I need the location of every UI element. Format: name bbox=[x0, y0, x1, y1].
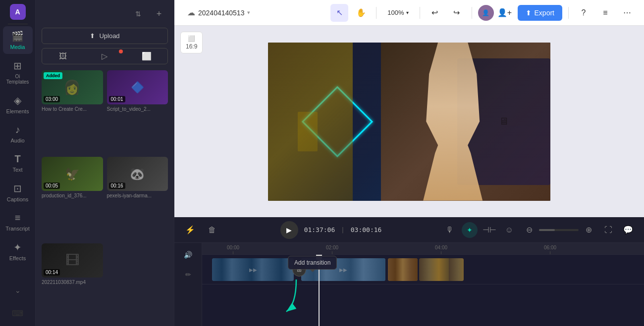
timeline-content: 00:00 02:00 04:00 06:00 bbox=[202, 243, 644, 326]
fullscreen-icon: ⛶ bbox=[604, 226, 612, 234]
sidebar-item-label: Text bbox=[12, 167, 22, 173]
project-name-label: 202404140513 bbox=[198, 9, 244, 17]
redo-icon: ↪ bbox=[453, 8, 460, 17]
total-time: 03:00:16 bbox=[351, 226, 382, 233]
ruler-label: 04:00 bbox=[435, 245, 447, 250]
screen-filter-icon: ⬜ bbox=[142, 51, 152, 61]
media-duration: 03:00 bbox=[44, 96, 60, 102]
media-duration: 00:01 bbox=[109, 96, 125, 102]
divider bbox=[376, 7, 376, 19]
keyboard-icon[interactable]: ⌨ bbox=[9, 304, 27, 322]
timeline-ruler: 00:00 02:00 04:00 06:00 bbox=[202, 243, 644, 255]
ruler-label: 06:00 bbox=[544, 245, 556, 250]
media-thumbnail[interactable]: 🦅 00:05 bbox=[42, 157, 103, 191]
help-button[interactable]: ? bbox=[575, 4, 592, 22]
media-thumbnail[interactable]: 🐼 00:16 bbox=[107, 157, 168, 191]
video-clip[interactable] bbox=[419, 258, 464, 281]
fullscreen-button[interactable]: ⛶ bbox=[600, 222, 616, 238]
sidebar-item-elements[interactable]: ◈ Elements bbox=[3, 91, 33, 118]
ruler-mark: 00:00 bbox=[227, 245, 239, 254]
media-filter-row: 🖼 ▷ ⬜ bbox=[42, 48, 168, 64]
elements-icon: ◈ bbox=[14, 94, 21, 106]
filter-screen-btn[interactable]: ⬜ bbox=[126, 48, 167, 64]
select-tool-button[interactable]: ↖ bbox=[330, 4, 348, 22]
collapse-toggle[interactable]: ⌄ bbox=[3, 282, 33, 298]
media-thumbnail[interactable]: 🎞 00:14 bbox=[42, 243, 103, 278]
aspect-ratio-button[interactable]: ⬜ 16:9 bbox=[180, 32, 203, 53]
menu-button[interactable]: ≡ bbox=[596, 4, 614, 22]
split-at-playhead-button[interactable]: ⊣⊢ bbox=[482, 222, 497, 238]
split-at-icon: ⊣⊢ bbox=[483, 225, 496, 234]
top-bar: ☁ 202404140513 ▾ ↖ ✋ 100% ▾ ↩ ↪ bbox=[174, 0, 644, 26]
volume-icon: 🔊 bbox=[184, 251, 192, 259]
export-icon: ⬆ bbox=[526, 9, 532, 17]
user-avatar-top: 👤 bbox=[478, 5, 494, 21]
timeline-controls: ⚡ 🗑 ▶ 01:37:06 | 03:00:16 🎙 ✦ bbox=[174, 217, 644, 243]
time-display: 01:37:06 | 03:00:16 bbox=[304, 226, 382, 233]
upload-button[interactable]: ⬆ Upload bbox=[42, 28, 168, 44]
mic-button[interactable]: 🎙 bbox=[442, 222, 458, 238]
sidebar-item-label: Transcript bbox=[5, 226, 30, 232]
notification-badge bbox=[119, 49, 123, 53]
video-clip[interactable]: ▶▶ bbox=[301, 258, 385, 281]
smiley-button[interactable]: ☺ bbox=[501, 222, 517, 238]
sidebar-item-templates[interactable]: ⊞ Oi Templates bbox=[3, 56, 33, 89]
redo-button[interactable]: ↪ bbox=[448, 4, 466, 22]
zoom-button[interactable]: 100% ▾ bbox=[382, 6, 413, 19]
sidebar-item-captions[interactable]: ⊡ Captions bbox=[3, 179, 33, 206]
ruler-tick bbox=[441, 251, 441, 254]
panel-sort-button[interactable]: ⇅ bbox=[129, 5, 147, 23]
more-button[interactable]: ⋯ bbox=[618, 4, 636, 22]
media-filename: Script_to_video_2... bbox=[107, 106, 168, 112]
export-button[interactable]: ⬆ Export bbox=[518, 5, 562, 21]
sidebar-item-effects[interactable]: ✦ Effects bbox=[3, 237, 33, 265]
media-thumbnail[interactable]: Added 👩 03:00 bbox=[42, 70, 103, 104]
play-button[interactable]: ▶ bbox=[280, 221, 298, 239]
templates-icon: ⊞ bbox=[13, 60, 22, 72]
undo-button[interactable]: ↩ bbox=[426, 4, 444, 22]
video-clip[interactable] bbox=[388, 258, 418, 281]
cloud-icon: ☁ bbox=[187, 8, 195, 17]
add-user-icon: 👤+ bbox=[497, 8, 512, 17]
invite-user-button[interactable]: 👤+ bbox=[496, 4, 514, 22]
main-area: ☁ 202404140513 ▾ ↖ ✋ 100% ▾ ↩ ↪ bbox=[174, 0, 644, 326]
upload-icon: ⬆ bbox=[90, 32, 95, 40]
sidebar-item-label: Audio bbox=[10, 138, 24, 143]
zoom-controls: ⊖ ⊕ bbox=[521, 222, 596, 238]
zoom-track[interactable] bbox=[539, 229, 579, 231]
zoom-in-button[interactable]: ⊕ bbox=[581, 222, 596, 238]
sidebar-item-media[interactable]: 🎬 Media bbox=[3, 26, 33, 54]
export-label: Export bbox=[535, 9, 554, 17]
volume-button[interactable]: 🔊 bbox=[180, 247, 196, 263]
hand-tool-button[interactable]: ✋ bbox=[352, 4, 370, 22]
pencil-button[interactable]: ✏ bbox=[180, 267, 196, 282]
zoom-level-label: 100% bbox=[387, 9, 404, 16]
aspect-icon: ⬜ bbox=[188, 35, 195, 42]
delete-button[interactable]: 🗑 bbox=[204, 222, 220, 238]
ai-assist-button[interactable]: ✦ bbox=[462, 222, 478, 238]
left-navigation: A 🎬 Media ⊞ Oi Templates ◈ Elements ♪ Au… bbox=[0, 0, 36, 326]
filter-video-btn[interactable]: ▷ bbox=[84, 48, 125, 64]
panel-add-button[interactable]: + bbox=[150, 5, 168, 23]
trash-icon: 🗑 bbox=[208, 226, 216, 234]
split-tool-button[interactable]: ⚡ bbox=[182, 222, 198, 238]
filter-image-btn[interactable]: 🖼 bbox=[42, 48, 84, 64]
media-thumbnail[interactable]: 🔷 00:01 bbox=[107, 70, 168, 104]
transition-icon: ⊞ bbox=[297, 266, 302, 273]
comment-button[interactable]: 💬 bbox=[620, 222, 636, 238]
upload-label: Upload bbox=[99, 32, 119, 40]
video-canvas: 🖥 bbox=[268, 43, 550, 201]
zoom-out-button[interactable]: ⊖ bbox=[521, 222, 537, 238]
transition-marker[interactable]: ⊞ bbox=[292, 263, 306, 277]
captions-icon: ⊡ bbox=[13, 183, 22, 194]
sidebar-item-label: Oi Templates bbox=[5, 74, 31, 85]
sidebar-item-text[interactable]: T Text bbox=[3, 149, 33, 177]
project-name-button[interactable]: ☁ 202404140513 ▾ bbox=[182, 5, 255, 20]
chevron-down-icon: ▾ bbox=[406, 10, 409, 15]
effects-icon: ✦ bbox=[13, 241, 22, 253]
ai-icon: ✦ bbox=[467, 226, 473, 234]
canvas-content: 🖥 bbox=[268, 43, 550, 201]
sidebar-item-transcript[interactable]: ≡ Transcript bbox=[3, 208, 33, 235]
sidebar-item-audio[interactable]: ♪ Audio bbox=[3, 120, 33, 147]
user-avatar[interactable]: A bbox=[10, 4, 26, 20]
